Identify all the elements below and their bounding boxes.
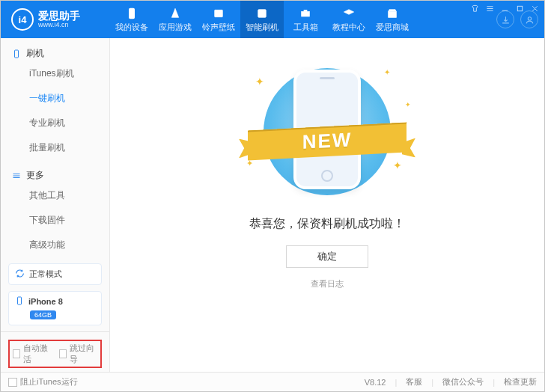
storage-badge: 64GB — [30, 310, 56, 319]
status-bar: 阻止iTunes运行 V8.12 | 客服 | 微信公众号 | 检查更新 — [1, 372, 544, 391]
app-subtitle: www.i4.cn — [38, 21, 80, 29]
footer-link-update[interactable]: 检查更新 — [504, 376, 537, 388]
svg-rect-4 — [302, 11, 310, 16]
nav-label: 铃声壁纸 — [202, 22, 235, 33]
store-icon — [386, 7, 399, 20]
refresh-icon — [255, 7, 269, 20]
svg-rect-0 — [517, 6, 522, 10]
svg-rect-6 — [389, 11, 397, 17]
mode-label: 正常模式 — [29, 269, 62, 280]
chk-label: 跳过向导 — [70, 343, 97, 365]
close-icon[interactable] — [529, 3, 541, 13]
nav-label: 智能刷机 — [246, 22, 278, 33]
sidebar-item-other-tools[interactable]: 其他工具 — [29, 183, 109, 208]
nav-tools[interactable]: 工具箱 — [284, 1, 327, 38]
nav-flash[interactable]: 智能刷机 — [240, 1, 284, 38]
more-icon — [11, 171, 22, 181]
titlebar: i4 爱思助手 www.i4.cn 我的设备 应用游戏 铃声壁纸 智能刷机 工具… — [1, 1, 544, 38]
logo-badge: i4 — [11, 8, 34, 31]
phone-small-icon — [15, 296, 24, 307]
sidebar-item-batch-flash[interactable]: 批量刷机 — [29, 135, 109, 160]
main-panel: NEW ✦ ✦ ✦ ✦ ✦ 恭喜您，保资料刷机成功啦！ 确定 查看日志 — [110, 38, 544, 372]
app-title: 爱思助手 — [38, 10, 80, 21]
device-icon — [11, 49, 22, 59]
version-label: V8.12 — [365, 378, 386, 387]
nav-label: 教程中心 — [332, 22, 365, 33]
phone-icon — [125, 7, 138, 20]
section-label: 更多 — [26, 169, 44, 182]
nav-label: 爱思商城 — [376, 22, 409, 33]
chk-label: 自动激活 — [23, 343, 51, 365]
nav-ringtones[interactable]: 铃声壁纸 — [197, 1, 240, 38]
toolbox-icon — [299, 7, 312, 20]
sidebar-section-flash[interactable]: 刷机 — [1, 38, 109, 61]
nav-tutorials[interactable]: 教程中心 — [327, 1, 371, 38]
sidebar-item-advanced[interactable]: 高级功能 — [29, 233, 109, 257]
highlight-box: 自动激活 跳过向导 — [8, 340, 102, 368]
sparkle-icon: ✦ — [405, 101, 411, 108]
sidebar-section-more[interactable]: 更多 — [1, 160, 109, 183]
mode-card[interactable]: 正常模式 — [8, 263, 102, 285]
sparkle-icon: ✦ — [246, 159, 253, 168]
cycle-icon — [15, 269, 25, 280]
sidebar-item-oneclick-flash[interactable]: 一键刷机 — [29, 86, 109, 111]
minimize-icon[interactable] — [499, 3, 511, 13]
separator: | — [493, 378, 495, 387]
nav-apps[interactable]: 应用游戏 — [153, 1, 197, 38]
nav-my-device[interactable]: 我的设备 — [110, 1, 153, 38]
success-illustration: NEW ✦ ✦ ✦ ✦ ✦ — [237, 61, 417, 203]
app-logo: i4 爱思助手 www.i4.cn — [1, 8, 110, 31]
svg-rect-8 — [15, 50, 19, 58]
nav-label: 我的设备 — [115, 22, 148, 33]
svg-point-7 — [528, 16, 531, 19]
sparkle-icon: ✦ — [255, 76, 264, 88]
device-card[interactable]: iPhone 8 64GB — [8, 291, 102, 325]
success-message: 恭喜您，保资料刷机成功啦！ — [249, 216, 405, 232]
sidebar-item-itunes-flash[interactable]: iTunes刷机 — [29, 61, 109, 86]
sidebar: 刷机 iTunes刷机 一键刷机 专业刷机 批量刷机 更多 其他工具 下载固件 … — [1, 38, 110, 372]
svg-rect-5 — [304, 10, 307, 11]
shirt-icon[interactable] — [469, 3, 481, 13]
nav-store[interactable]: 爱思商城 — [371, 1, 414, 38]
device-name: iPhone 8 — [28, 297, 63, 306]
sidebar-item-pro-flash[interactable]: 专业刷机 — [29, 111, 109, 135]
top-nav: 我的设备 应用游戏 铃声壁纸 智能刷机 工具箱 教程中心 爱思商城 — [110, 1, 496, 38]
maximize-icon[interactable] — [514, 3, 526, 13]
nav-label: 工具箱 — [293, 22, 318, 33]
separator: | — [395, 378, 397, 387]
sparkle-icon: ✦ — [393, 159, 402, 171]
svg-rect-2 — [215, 10, 223, 16]
image-icon — [212, 7, 225, 20]
chk-label: 阻止iTunes运行 — [20, 376, 78, 388]
confirm-button[interactable]: 确定 — [286, 245, 368, 268]
footer-link-support[interactable]: 客服 — [406, 376, 422, 388]
footer-link-wechat[interactable]: 微信公众号 — [442, 376, 484, 388]
nav-label: 应用游戏 — [159, 22, 192, 33]
checkbox-auto-activate[interactable]: 自动激活 — [13, 343, 52, 365]
checkbox-block-itunes[interactable]: 阻止iTunes运行 — [8, 376, 78, 388]
app-icon — [168, 7, 182, 20]
section-label: 刷机 — [26, 47, 44, 60]
grad-icon — [342, 7, 356, 20]
menu-icon[interactable] — [484, 3, 496, 13]
svg-rect-9 — [18, 297, 22, 304]
svg-rect-3 — [258, 9, 267, 17]
sidebar-item-download-firmware[interactable]: 下载固件 — [29, 208, 109, 233]
separator: | — [431, 378, 433, 387]
checkbox-skip-setup[interactable]: 跳过向导 — [59, 343, 98, 365]
view-log-link[interactable]: 查看日志 — [311, 278, 344, 290]
sparkle-icon: ✦ — [384, 68, 390, 76]
